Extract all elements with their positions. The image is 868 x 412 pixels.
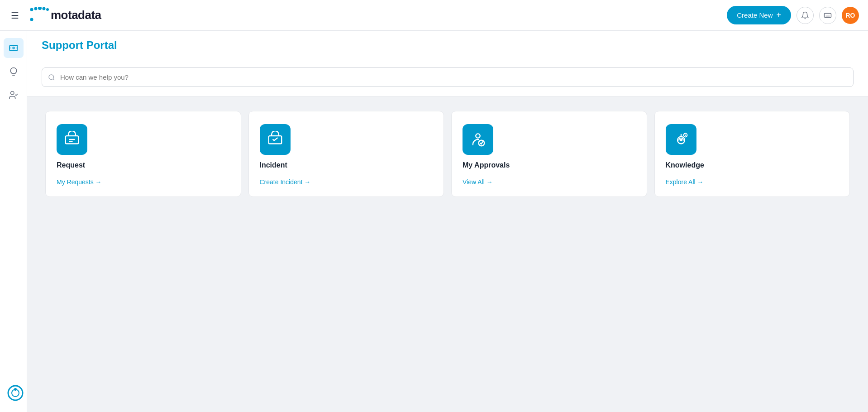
create-new-plus: + xyxy=(776,10,781,20)
keyboard-icon xyxy=(824,11,832,19)
hamburger-menu[interactable]: ☰ xyxy=(9,8,21,23)
svg-point-20 xyxy=(680,139,682,141)
request-card[interactable]: Request My Requests → xyxy=(45,111,241,197)
svg-rect-7 xyxy=(9,46,17,51)
header-left: ☰ motadata xyxy=(9,7,101,24)
svg-point-3 xyxy=(43,7,46,10)
lightbulb-icon xyxy=(9,67,19,77)
cards-grid: Request My Requests → Incident Create In… xyxy=(27,96,868,211)
main-layout: Support Portal xyxy=(0,31,868,412)
sidebar-item-user-approvals[interactable] xyxy=(4,85,24,105)
request-card-icon xyxy=(57,124,87,155)
incident-card-icon xyxy=(260,124,291,155)
svg-point-4 xyxy=(46,8,49,11)
logo-icon xyxy=(28,7,50,24)
create-new-label: Create New xyxy=(737,11,773,19)
incident-card-link[interactable]: Create Incident → xyxy=(260,178,433,186)
search-input[interactable] xyxy=(42,67,854,87)
svg-point-23 xyxy=(14,388,17,391)
svg-point-10 xyxy=(49,75,54,80)
svg-point-2 xyxy=(38,7,42,10)
create-new-button[interactable]: Create New + xyxy=(727,6,791,24)
approvals-card[interactable]: My Approvals View All → xyxy=(451,111,647,197)
bell-icon xyxy=(801,11,809,19)
svg-point-1 xyxy=(34,7,38,10)
ticket-icon xyxy=(9,43,19,53)
keyboard-button[interactable] xyxy=(819,7,836,24)
incident-icon xyxy=(267,131,284,148)
bottom-logo-icon xyxy=(7,385,24,401)
portal-title: Support Portal xyxy=(42,39,854,52)
incident-card-title: Incident xyxy=(260,161,433,169)
notification-button[interactable] xyxy=(796,7,814,24)
svg-point-0 xyxy=(30,8,33,11)
svg-rect-6 xyxy=(825,13,831,17)
request-card-title: Request xyxy=(57,161,230,169)
sidebar xyxy=(0,31,27,412)
request-card-link[interactable]: My Requests → xyxy=(57,178,230,186)
sidebar-item-ideas[interactable] xyxy=(4,62,24,81)
knowledge-card-title: Knowledge xyxy=(666,161,839,169)
header-right: Create New + RO xyxy=(727,6,859,24)
svg-point-5 xyxy=(30,18,33,21)
svg-point-8 xyxy=(13,47,14,49)
header: ☰ motadata Create New + xyxy=(0,0,868,31)
knowledge-card-link[interactable]: Explore All → xyxy=(666,178,839,186)
approvals-card-icon xyxy=(463,124,493,155)
avatar-text: RO xyxy=(846,12,855,19)
logo-text: motadata xyxy=(51,8,101,22)
approvals-card-link[interactable]: View All → xyxy=(463,178,636,186)
user-avatar[interactable]: RO xyxy=(842,7,859,24)
request-icon xyxy=(63,131,81,148)
logo: motadata xyxy=(28,7,101,24)
person-check-icon xyxy=(9,90,19,100)
knowledge-card[interactable]: Knowledge Explore All → xyxy=(654,111,850,197)
svg-point-21 xyxy=(8,386,23,400)
bottom-logo xyxy=(7,385,24,403)
svg-point-9 xyxy=(10,91,14,95)
search-container xyxy=(27,60,868,96)
portal-header: Support Portal xyxy=(27,31,868,60)
sidebar-item-tickets[interactable] xyxy=(4,38,24,58)
svg-line-19 xyxy=(684,134,686,136)
approvals-card-title: My Approvals xyxy=(463,161,636,169)
incident-card[interactable]: Incident Create Incident → xyxy=(248,111,444,197)
search-wrapper xyxy=(42,67,854,87)
svg-point-15 xyxy=(476,134,480,138)
knowledge-card-icon xyxy=(666,124,696,155)
main-content: Support Portal xyxy=(27,31,868,412)
knowledge-icon xyxy=(672,131,690,148)
my-approvals-icon xyxy=(469,131,486,148)
search-icon xyxy=(48,74,55,81)
